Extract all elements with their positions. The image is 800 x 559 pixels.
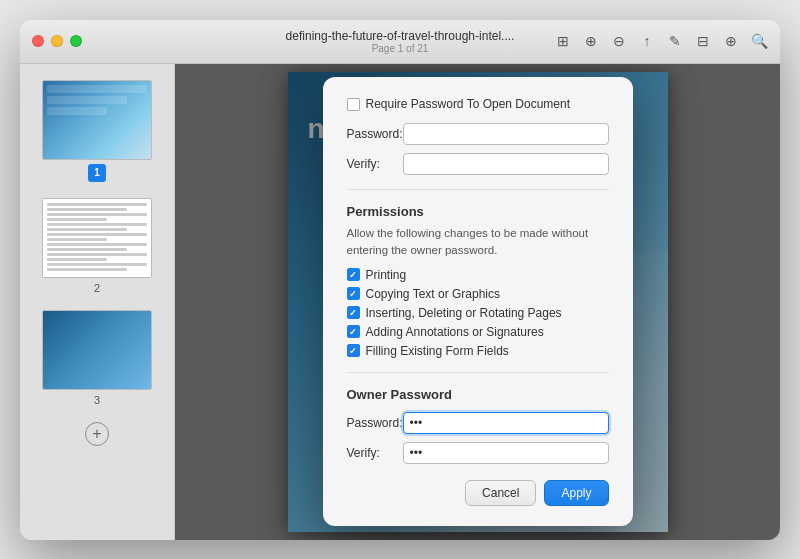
- perm-annotations-label: Adding Annotations or Signatures: [366, 325, 544, 339]
- perm-copying-checkbox[interactable]: [347, 287, 360, 300]
- thumb-image-3: [42, 310, 152, 390]
- sidebar-thumb-3[interactable]: 3: [20, 302, 174, 414]
- owner-password-section: Owner Password Password: Verify:: [347, 387, 609, 464]
- owner-password-title: Owner Password: [347, 387, 609, 402]
- thumb-num-2: 2: [94, 282, 100, 294]
- thumb-num-3: 3: [94, 394, 100, 406]
- require-password-row: Require Password To Open Document: [347, 97, 609, 111]
- sidebar: 1: [20, 64, 175, 540]
- owner-password-label: Password:: [347, 416, 399, 430]
- permissions-desc: Allow the following changes to be made w…: [347, 225, 609, 257]
- share-icon[interactable]: ↑: [638, 32, 656, 50]
- perm-form-fields-label: Filling Existing Form Fields: [366, 344, 509, 358]
- owner-verify-row: Verify:: [347, 442, 609, 464]
- permissions-title: Permissions: [347, 204, 609, 219]
- verify-input[interactable]: [403, 153, 609, 175]
- perm-annotations-checkbox[interactable]: [347, 325, 360, 338]
- perm-form-fields-checkbox[interactable]: [347, 344, 360, 357]
- window-title: defining-the-future-of-travel-through-in…: [286, 29, 515, 43]
- pdf-main: nce Require Password To Open Document Pa…: [175, 64, 780, 540]
- minimize-button[interactable]: [51, 35, 63, 47]
- modal-overlay: Require Password To Open Document Passwo…: [175, 64, 780, 540]
- sidebar-thumb-1[interactable]: 1: [20, 72, 174, 190]
- require-password-label: Require Password To Open Document: [366, 97, 571, 111]
- titlebar: defining-the-future-of-travel-through-in…: [20, 20, 780, 64]
- cancel-button[interactable]: Cancel: [465, 480, 536, 506]
- perm-form-fields: Filling Existing Form Fields: [347, 344, 609, 358]
- verify-row: Verify:: [347, 153, 609, 175]
- verify-label: Verify:: [347, 157, 399, 171]
- sidebar-thumb-2[interactable]: 2: [20, 190, 174, 302]
- owner-password-row: Password:: [347, 412, 609, 434]
- page-info: Page 1 of 21: [372, 43, 429, 54]
- divider-1: [347, 189, 609, 190]
- thumb-badge-1: 1: [88, 164, 106, 182]
- password-row: Password:: [347, 123, 609, 145]
- thumb-image-2: [42, 198, 152, 278]
- perm-copying-label: Copying Text or Graphics: [366, 287, 501, 301]
- perm-copying: Copying Text or Graphics: [347, 287, 609, 301]
- password-label: Password:: [347, 127, 399, 141]
- divider-2: [347, 372, 609, 373]
- sidebar-bottom: +: [20, 414, 174, 454]
- thumbnail-icon[interactable]: ⊟: [694, 32, 712, 50]
- add-page-button[interactable]: +: [85, 422, 109, 446]
- thumb-image-1: [42, 80, 152, 160]
- security-dialog: Require Password To Open Document Passwo…: [323, 77, 633, 525]
- content-area: 1: [20, 64, 780, 540]
- perm-annotations: Adding Annotations or Signatures: [347, 325, 609, 339]
- owner-verify-label: Verify:: [347, 446, 399, 460]
- apply-button[interactable]: Apply: [544, 480, 608, 506]
- perm-printing-checkbox[interactable]: [347, 268, 360, 281]
- modal-footer: Cancel Apply: [347, 480, 609, 506]
- titlebar-center: defining-the-future-of-travel-through-in…: [286, 29, 515, 54]
- perm-inserting-label: Inserting, Deleting or Rotating Pages: [366, 306, 562, 320]
- perm-inserting-checkbox[interactable]: [347, 306, 360, 319]
- zoom-out-icon[interactable]: ⊖: [610, 32, 628, 50]
- require-password-checkbox[interactable]: [347, 98, 360, 111]
- close-button[interactable]: [32, 35, 44, 47]
- password-input[interactable]: [403, 123, 609, 145]
- owner-password-input[interactable]: [403, 412, 609, 434]
- maximize-button[interactable]: [70, 35, 82, 47]
- search-icon[interactable]: 🔍: [750, 32, 768, 50]
- permissions-section: Permissions Allow the following changes …: [347, 204, 609, 357]
- perm-printing-label: Printing: [366, 268, 407, 282]
- edit-icon[interactable]: ✎: [666, 32, 684, 50]
- search-zoom-icon[interactable]: ⊕: [722, 32, 740, 50]
- sidebar-icon[interactable]: ⊞: [554, 32, 572, 50]
- traffic-lights: [32, 35, 82, 47]
- owner-verify-input[interactable]: [403, 442, 609, 464]
- app-window: defining-the-future-of-travel-through-in…: [20, 20, 780, 540]
- perm-printing: Printing: [347, 268, 609, 282]
- zoom-in-icon[interactable]: ⊕: [582, 32, 600, 50]
- toolbar-icons: ⊞ ⊕ ⊖ ↑ ✎ ⊟ ⊕ 🔍: [554, 32, 768, 50]
- perm-inserting: Inserting, Deleting or Rotating Pages: [347, 306, 609, 320]
